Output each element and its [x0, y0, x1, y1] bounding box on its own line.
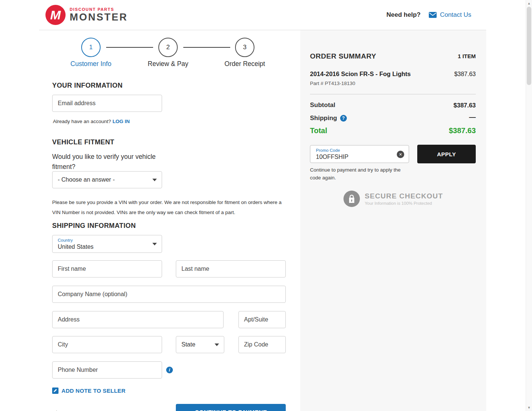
country-label: Country: [58, 238, 73, 243]
brand-monogram-icon: M: [45, 5, 66, 25]
scrollbar-thumb[interactable]: [527, 7, 531, 85]
order-summary-title: ORDER SUMMARY: [310, 52, 376, 60]
scrollbar-up-icon[interactable]: ▲: [526, 1, 532, 5]
vehicle-fitment-heading: VEHICLE FITMENT: [52, 138, 114, 146]
address-field[interactable]: [52, 311, 224, 328]
chevron-down-icon: [152, 243, 157, 245]
company-field[interactable]: [52, 286, 286, 303]
clear-promo-icon[interactable]: ✕: [397, 151, 404, 158]
order-summary-panel: ORDER SUMMARY 1 ITEM 2014-2016 Scion FR-…: [300, 30, 486, 411]
header: M DISCOUNT PARTS MONSTER Need help? Cont…: [39, 0, 486, 30]
brand-name: MONSTER: [70, 12, 128, 23]
country-value: United States: [58, 243, 94, 251]
account-prompt: Already have an account? LOG IN: [53, 119, 130, 124]
checkout-stepper: 1 2 3 Customer Info Review & Pay Order R…: [39, 38, 300, 79]
brand-text: DISCOUNT PARTS MONSTER: [70, 7, 128, 23]
step-2-label: Review & Pay: [136, 60, 200, 68]
item-price: $387.63: [454, 71, 476, 78]
chevron-down-icon: [215, 343, 219, 346]
shipping-help-icon[interactable]: ?: [340, 115, 347, 122]
secure-text: SECURE CHECKOUT Your Information is 100%…: [365, 192, 443, 206]
stepper-connector: [183, 47, 230, 48]
fitment-answer-select[interactable]: - Choose an answer -: [52, 171, 162, 188]
note-icon: [52, 388, 58, 394]
shipping-row: Shipping ?: [310, 114, 347, 122]
lock-icon: [343, 191, 360, 207]
back-icon[interactable]: ←: [54, 406, 61, 411]
last-name-field[interactable]: [176, 260, 286, 277]
city-field[interactable]: [52, 336, 162, 353]
add-note-to-seller-link[interactable]: ADD NOTE TO SELLER: [52, 388, 126, 394]
subtotal-label: Subtotal: [310, 101, 335, 109]
scrollbar[interactable]: ▲ ▼: [526, 0, 532, 411]
total-label: Total: [310, 126, 327, 135]
add-note-label: ADD NOTE TO SELLER: [61, 388, 126, 394]
shipping-information-heading: SHIPPING INFORMATION: [52, 222, 136, 230]
fitment-question: Would you like to verify your vehicle fi…: [52, 152, 161, 172]
apt-suite-field[interactable]: [238, 311, 286, 328]
brand-tagline: DISCOUNT PARTS: [70, 7, 128, 12]
login-link[interactable]: LOG IN: [113, 119, 130, 124]
item-part-number: Part # PT413-18130: [310, 81, 355, 86]
phone-field[interactable]: [52, 361, 162, 379]
subtotal-value: $387.63: [453, 102, 476, 109]
total-value: $387.63: [449, 126, 476, 135]
step-3-label: Order Receipt: [213, 60, 276, 68]
checkout-form-column: 1 2 3 Customer Info Review & Pay Order R…: [39, 30, 300, 411]
item-count-badge: 1 ITEM: [458, 53, 476, 59]
secure-checkout-badge: SECURE CHECKOUT Your Information is 100%…: [300, 191, 486, 207]
first-name-field[interactable]: [52, 260, 162, 277]
account-prompt-text: Already have an account?: [53, 119, 111, 124]
secure-subtitle: Your Information is 100% Protected: [365, 201, 443, 206]
stepper-connector: [106, 47, 153, 48]
contact-us-link[interactable]: Contact Us: [429, 11, 471, 19]
item-name: 2014-2016 Scion FR-S - Fog Lights: [310, 70, 425, 78]
state-select[interactable]: State: [176, 336, 224, 353]
vin-note: Please be sure you provide a VIN with yo…: [52, 197, 288, 217]
header-help-area: Need help? Contact Us: [386, 11, 471, 19]
phone-info-icon[interactable]: i: [166, 367, 173, 373]
contact-us-label: Contact Us: [440, 11, 471, 19]
zip-code-field[interactable]: [238, 336, 286, 353]
chevron-down-icon: [152, 179, 157, 181]
step-1-label: Customer Info: [59, 60, 123, 68]
email-field[interactable]: [52, 95, 162, 112]
main-content: 1 2 3 Customer Info Review & Pay Order R…: [39, 30, 486, 411]
step-2-circle[interactable]: 2: [158, 38, 178, 57]
continue-to-payment-button[interactable]: CONTINUE TO PAYMENT: [176, 404, 286, 411]
brand-logo[interactable]: M DISCOUNT PARTS MONSTER: [45, 5, 128, 25]
promo-code-input[interactable]: Promo Code 10OFFSHIP ✕: [310, 145, 409, 163]
secure-title: SECURE CHECKOUT: [365, 192, 443, 200]
shipping-value: —: [469, 113, 476, 121]
apply-promo-button[interactable]: APPLY: [417, 145, 476, 163]
divider: [310, 94, 476, 94]
step-1-circle[interactable]: 1: [81, 38, 101, 57]
your-information-heading: YOUR INFORMATION: [52, 82, 123, 90]
step-3-circle[interactable]: 3: [235, 38, 254, 57]
country-select[interactable]: Country United States: [52, 235, 162, 253]
promo-code-value: 10OFFSHIP: [316, 153, 394, 161]
promo-note: Continue to payment and try to apply the…: [310, 166, 408, 182]
scrollbar-down-icon[interactable]: ▼: [526, 406, 532, 410]
shipping-label: Shipping: [310, 114, 337, 122]
need-help-text: Need help?: [386, 11, 421, 19]
envelope-icon: [429, 12, 437, 18]
state-value: State: [181, 341, 195, 348]
promo-code-label: Promo Code: [316, 148, 394, 153]
fitment-answer-value: - Choose an answer -: [58, 176, 115, 183]
